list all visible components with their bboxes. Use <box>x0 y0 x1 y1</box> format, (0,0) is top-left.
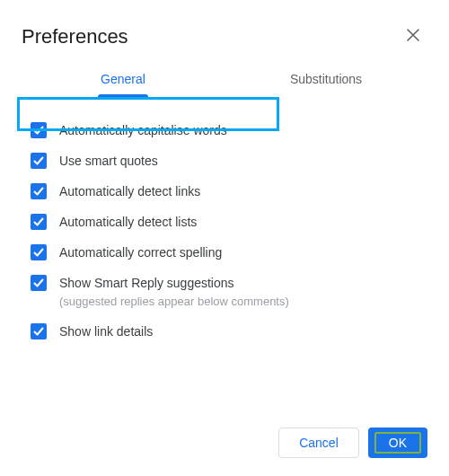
option-label: Automatically detect lists <box>59 213 197 231</box>
option-detect-lists: Automatically detect lists <box>31 207 418 237</box>
checkbox-link-details[interactable] <box>31 323 47 339</box>
option-smart-quotes: Use smart quotes <box>31 145 418 176</box>
preferences-dialog: Preferences General Substitutions Automa… <box>0 0 449 476</box>
option-label: Show Smart Reply suggestions <box>59 274 289 292</box>
checkbox-correct-spelling[interactable] <box>31 244 47 260</box>
option-link-details: Show link details <box>31 316 418 347</box>
option-label: Automatically detect links <box>59 182 200 200</box>
option-sublabel: (suggested replies appear below comments… <box>59 294 289 310</box>
option-label: Show link details <box>59 322 153 340</box>
option-detect-links: Automatically detect links <box>31 176 418 207</box>
checkbox-smart-reply[interactable] <box>31 275 47 291</box>
tab-substitutions[interactable]: Substitutions <box>224 65 427 97</box>
button-label: OK <box>389 436 407 450</box>
check-icon <box>32 216 45 228</box>
check-icon <box>32 277 45 289</box>
checkbox-smart-quotes[interactable] <box>31 153 47 169</box>
tabs: General Substitutions <box>22 65 427 97</box>
dialog-title: Preferences <box>22 25 128 48</box>
close-button[interactable] <box>399 22 427 50</box>
checkbox-detect-links[interactable] <box>31 183 47 199</box>
ok-button[interactable]: OK <box>368 428 427 458</box>
check-icon <box>32 185 45 198</box>
dialog-header: Preferences <box>22 22 427 65</box>
option-label: Automatically correct spelling <box>59 243 222 261</box>
option-smart-reply: Show Smart Reply suggestions (suggested … <box>31 268 418 316</box>
tab-general[interactable]: General <box>22 65 224 97</box>
cancel-button[interactable]: Cancel <box>278 428 359 458</box>
options-list: Automatically capitalise words Use smart… <box>22 111 427 347</box>
check-icon <box>32 154 45 167</box>
check-icon <box>32 246 45 259</box>
button-label: Cancel <box>299 436 339 450</box>
option-label: Automatically capitalise words <box>59 121 227 139</box>
close-icon <box>407 27 419 46</box>
tab-label: General <box>101 72 145 86</box>
checkbox-detect-lists[interactable] <box>31 214 47 230</box>
checkbox-auto-capitalise[interactable] <box>31 122 47 138</box>
option-label: Use smart quotes <box>59 152 158 170</box>
option-auto-capitalise: Automatically capitalise words <box>31 115 418 145</box>
tab-label: Substitutions <box>290 72 362 86</box>
check-icon <box>32 325 45 338</box>
check-icon <box>32 124 45 137</box>
option-correct-spelling: Automatically correct spelling <box>31 237 418 268</box>
dialog-footer: Cancel OK <box>22 413 427 476</box>
